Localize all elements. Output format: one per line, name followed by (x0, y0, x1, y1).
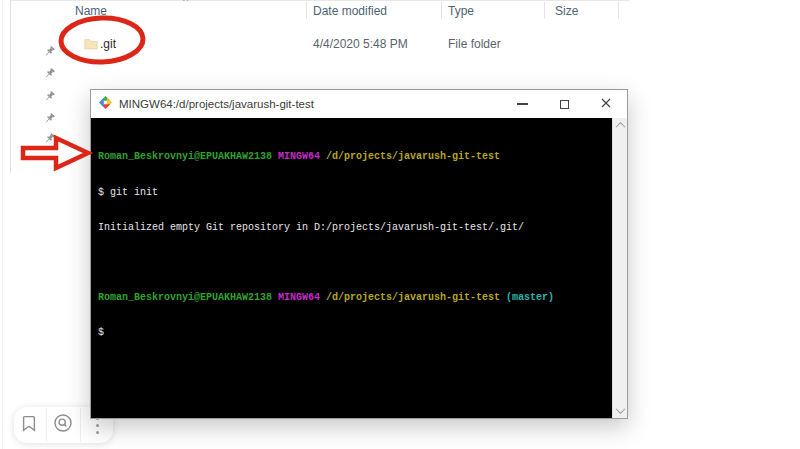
column-header-size[interactable]: Size (555, 4, 578, 18)
pin-icon[interactable] (43, 111, 56, 124)
column-header-type[interactable]: Type (448, 4, 474, 18)
chevron-up-icon (615, 122, 625, 132)
mingw-diamond-icon (99, 95, 112, 113)
column-separator (441, 2, 442, 19)
pin-icon[interactable] (43, 66, 56, 79)
terminal-scrollbar[interactable] (612, 118, 627, 418)
column-separator (618, 2, 619, 19)
kebab-menu-icon (96, 417, 99, 434)
screenshot-root: ^ Name Date modified Type Size .git 4/4/… (0, 0, 800, 449)
toolbar-separator (46, 408, 47, 442)
scroll-down-button[interactable] (613, 403, 628, 418)
folder-icon (84, 36, 98, 54)
pin-icon[interactable] (43, 44, 56, 57)
terminal-titlebar[interactable]: MINGW64:/d/projects/javarush-git-test (91, 90, 627, 118)
header-top-line (10, 0, 630, 1)
terminal-command-line: $ git init (98, 187, 612, 199)
column-separator (544, 2, 545, 19)
maximize-button[interactable] (543, 90, 585, 118)
sort-chevron-up-icon: ^ (183, 0, 188, 7)
terminal-output-line: Initialized empty Git repository in D:/p… (98, 222, 612, 234)
mingw64-terminal-window: MINGW64:/d/projects/javarush-git-test Ro… (90, 89, 628, 419)
close-button[interactable] (585, 90, 627, 118)
lens-search-icon (53, 413, 73, 437)
lens-search-button[interactable] (49, 408, 77, 442)
bookmark-button[interactable] (15, 408, 43, 442)
toolbar-separator (80, 408, 81, 442)
terminal-window-title: MINGW64:/d/projects/javarush-git-test (119, 98, 501, 110)
close-icon (600, 95, 612, 113)
terminal-blank-line (98, 257, 612, 269)
column-separator (306, 2, 307, 19)
prompt-path: /d/projects/javarush-git-test (326, 151, 500, 162)
file-row-date-modified: 4/4/2020 5:48 PM (313, 37, 408, 51)
scroll-up-button[interactable] (613, 118, 628, 133)
prompt-env: MINGW64 (272, 151, 326, 162)
terminal-prompt-line: Roman_Beskrovnyi@EPUAKHAW2138 MINGW64 /d… (98, 292, 612, 304)
column-header-date-modified[interactable]: Date modified (313, 4, 387, 18)
chevron-down-icon (615, 404, 625, 414)
prompt-branch: (master) (500, 292, 554, 303)
terminal-cursor-line: $ (98, 327, 612, 339)
terminal-output-area[interactable]: Roman_Beskrovnyi@EPUAKHAW2138 MINGW64 /d… (91, 118, 612, 418)
red-arrow-annotation (18, 131, 94, 175)
maximize-icon (560, 100, 569, 109)
column-header-name[interactable]: Name (75, 4, 107, 18)
pin-icon[interactable] (43, 131, 56, 144)
nav-pane-divider (10, 0, 11, 173)
prompt-user-host: Roman_Beskrovnyi@EPUAKHAW2138 (98, 292, 272, 303)
prompt-path: /d/projects/javarush-git-test (326, 292, 500, 303)
bookmark-icon (22, 415, 36, 436)
left-edge-line (2, 0, 3, 449)
pin-icon[interactable] (43, 89, 56, 102)
minimize-button[interactable] (501, 90, 543, 118)
minimize-icon (517, 103, 528, 105)
file-row-name[interactable]: .git (100, 37, 116, 51)
prompt-user-host: Roman_Beskrovnyi@EPUAKHAW2138 (98, 151, 272, 162)
terminal-prompt-line: Roman_Beskrovnyi@EPUAKHAW2138 MINGW64 /d… (98, 151, 612, 163)
prompt-env: MINGW64 (272, 292, 326, 303)
file-row-type: File folder (448, 37, 501, 51)
